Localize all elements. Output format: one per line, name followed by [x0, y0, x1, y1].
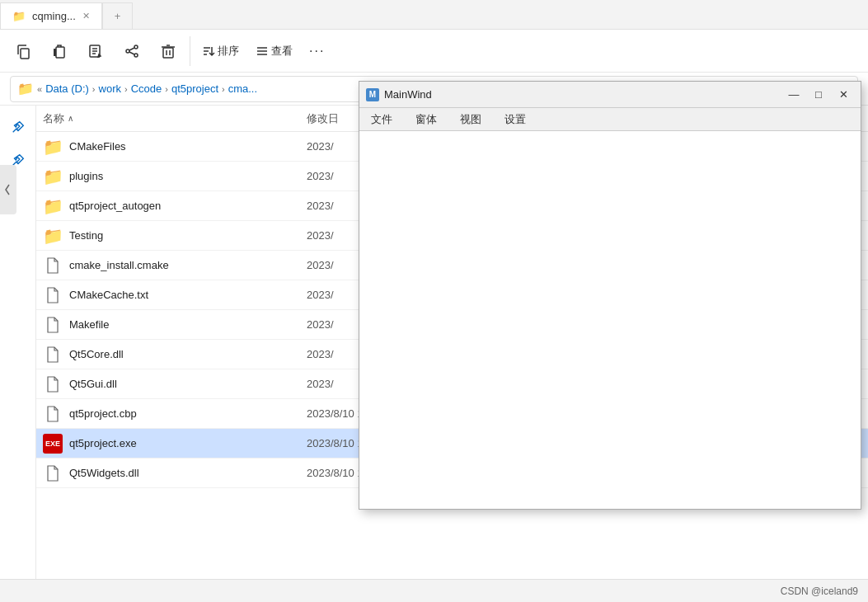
tab-close-icon[interactable]: ✕ [82, 11, 90, 21]
file-name-cell: 📁 qt5project_autogen [43, 196, 307, 216]
file-name: Qt5Gui.dll [69, 378, 117, 390]
svg-rect-12 [163, 48, 173, 58]
more-button[interactable]: ··· [303, 35, 331, 68]
bc-item-0[interactable]: Data (D:) [45, 82, 89, 95]
sidebar [0, 106, 36, 579]
dialog-maximize-button[interactable]: □ [808, 87, 829, 103]
file-icon [43, 463, 63, 483]
dialog-menubar: 文件 窗体 视图 设置 [359, 108, 861, 131]
svg-line-23 [12, 129, 16, 133]
breadcrumb-folder-icon: 📁 [17, 81, 34, 96]
status-text: CSDN @iceland9 [781, 586, 858, 597]
folder-icon: 📁 [43, 167, 63, 186]
svg-line-10 [129, 48, 134, 50]
bc-sep-2: › [124, 84, 128, 94]
file-name: CMakeFiles [69, 140, 126, 153]
rename-button[interactable] [79, 35, 112, 68]
col-name-label: 名称 [43, 111, 64, 126]
dialog-title-text: MainWind [384, 88, 778, 101]
file-icon [43, 374, 63, 394]
svg-point-7 [134, 45, 138, 49]
file-name-cell: 📁 Testing [43, 226, 307, 246]
sort-label: 排序 [218, 44, 239, 59]
delete-button[interactable] [152, 35, 185, 68]
file-name-cell: Qt5Core.dll [43, 345, 307, 364]
file-name: Makefile [69, 318, 109, 331]
file-name-cell: Qt5Gui.dll [43, 374, 307, 394]
sidebar-nav-area[interactable] [0, 165, 16, 214]
view-label: 查看 [271, 44, 293, 59]
file-name-cell: qt5project.cbp [43, 404, 307, 424]
bc-item-1[interactable]: work [99, 82, 121, 95]
file-name: CMakeCache.txt [69, 289, 148, 301]
bc-sep-3: › [165, 84, 168, 94]
menu-item-view[interactable]: 视图 [455, 111, 486, 129]
sidebar-pin-button-1[interactable] [3, 112, 33, 142]
file-name: cmake_install.cmake [69, 259, 169, 271]
explorer-tab[interactable]: 📁 cqming... ✕ [0, 2, 102, 29]
file-name-cell: CMakeCache.txt [43, 285, 307, 305]
tab-icon: 📁 [12, 10, 26, 22]
folder-icon: 📁 [43, 226, 63, 246]
sort-icon [202, 45, 215, 58]
file-icon [43, 345, 63, 364]
file-name-cell: EXE qt5project.exe [43, 434, 307, 454]
mainwind-dialog: M MainWind — □ ✕ 文件 窗体 视图 设置 [359, 81, 861, 510]
exe-icon: EXE [43, 434, 63, 454]
paste-button[interactable] [43, 35, 76, 68]
sort-arrow-icon: ∧ [68, 114, 73, 123]
dialog-controls: — □ ✕ [783, 87, 854, 103]
folder-icon: 📁 [43, 137, 63, 157]
file-name: qt5project.cbp [69, 407, 137, 420]
dialog-minimize-button[interactable]: — [783, 87, 805, 103]
file-icon [43, 315, 63, 335]
svg-point-9 [134, 54, 138, 57]
menu-item-file[interactable]: 文件 [366, 111, 397, 129]
more-label: ··· [309, 44, 325, 59]
menu-item-settings[interactable]: 设置 [500, 111, 531, 129]
bc-sep-0: « [37, 84, 42, 94]
svg-point-8 [126, 49, 129, 53]
file-name: qt5project.exe [69, 437, 137, 449]
bc-item-3[interactable]: qt5project [171, 82, 218, 95]
toolbar: 排序 查看 ··· [0, 30, 868, 73]
nav-chevron-icon [4, 180, 12, 200]
svg-rect-0 [21, 49, 29, 59]
dialog-app-icon: M [366, 88, 379, 101]
bc-item-2[interactable]: Ccode [131, 82, 162, 95]
file-name: Testing [69, 229, 103, 242]
file-name-cell: 📁 CMakeFiles [43, 137, 307, 157]
bc-item-4[interactable]: cma... [228, 82, 257, 95]
file-name-cell: cmake_install.cmake [43, 256, 307, 275]
share-button[interactable] [115, 35, 148, 68]
paste-icon [51, 43, 68, 59]
tab-icon-2: + [115, 10, 121, 22]
pin-icon-1 [11, 120, 26, 134]
delete-icon [160, 43, 176, 59]
view-button[interactable]: 查看 [249, 35, 299, 68]
file-name: Qt5Widgets.dll [69, 467, 139, 479]
file-name: plugins [69, 170, 103, 182]
menu-item-window[interactable]: 窗体 [411, 111, 442, 129]
tab-label: cqming... [32, 10, 76, 22]
share-icon [124, 43, 140, 59]
copy-button[interactable] [7, 35, 40, 68]
svg-rect-1 [56, 47, 64, 58]
svg-line-11 [129, 52, 134, 54]
file-name-cell: 📁 plugins [43, 167, 307, 186]
dialog-content [359, 131, 861, 509]
col-date-label: 修改日 [307, 112, 339, 125]
tab-bar: 📁 cqming... ✕ + [0, 0, 868, 30]
rename-icon [87, 43, 104, 59]
col-name-header[interactable]: 名称 ∧ [43, 111, 307, 126]
sort-button[interactable]: 排序 [195, 35, 246, 68]
file-icon [43, 256, 63, 275]
file-icon [43, 285, 63, 305]
bc-sep-4: › [222, 84, 225, 94]
folder-icon: 📁 [43, 196, 63, 216]
file-name-cell: Qt5Widgets.dll [43, 463, 307, 483]
explorer-tab-2[interactable]: + [102, 2, 134, 29]
dialog-close-button[interactable]: ✕ [833, 87, 854, 103]
file-name-cell: Makefile [43, 315, 307, 335]
status-bar: CSDN @iceland9 [0, 579, 868, 602]
